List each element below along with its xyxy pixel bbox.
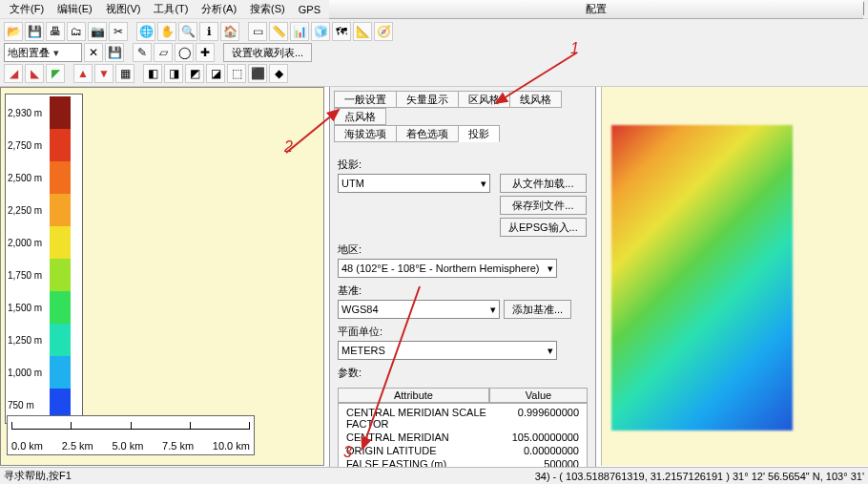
t4-icon[interactable]: ◪ [206,64,225,83]
measure-icon[interactable]: 📏 [269,22,288,41]
chevron-down-icon: ▾ [481,178,486,190]
add-datum-button[interactable]: 添加基准... [504,300,571,319]
legend-label: 2,250 m [8,205,50,216]
legend-label: 1,000 m [8,368,50,378]
zoom-icon[interactable]: 🔍 [178,22,197,41]
legend-label: 1,750 m [8,270,50,281]
legend-swatch [50,194,71,226]
draw3-icon[interactable]: ◯ [175,43,194,62]
layer-combo[interactable]: 地图置叠 ▾ [4,43,82,62]
open-icon[interactable]: 📂 [4,22,23,41]
home-icon[interactable]: 🏠 [220,22,239,41]
legend-swatch [50,226,71,259]
red3-icon[interactable]: ▲ [73,64,93,83]
param-row[interactable]: CENTRAL MERIDIAN105.00000000 [342,431,583,444]
menu-gps[interactable]: GPS [293,3,326,16]
zone-value: 48 (102°E - 108°E - Northern Hemisphere) [341,263,540,274]
zone-select[interactable]: 48 (102°E - 108°E - Northern Hemisphere)… [338,259,557,278]
select-icon[interactable]: ▭ [248,22,267,41]
dialog-tabs-row1: 一般设置 矢量显示 区风格 线风格 点风格 [330,87,595,125]
status-left: 寻求帮助,按F1 [4,469,72,483]
draw1-icon[interactable]: ✎ [133,43,152,62]
misc1-icon[interactable]: 🗺 [332,22,351,41]
param-val: 105.00000000 [512,431,579,443]
param-row[interactable]: ORIGIN LATITUDE0.00000000 [342,444,583,457]
chart-icon[interactable]: 📊 [290,22,309,41]
camera-icon[interactable]: 📷 [88,22,107,41]
t3-icon[interactable]: ◩ [185,64,204,83]
menu-analysis[interactable]: 分析(A) [196,1,242,17]
misc3-icon[interactable]: 🧭 [374,22,393,41]
scale-bar: 0.0 km 2.5 km 5.0 km 7.5 km 10.0 km [7,415,255,455]
3d-icon[interactable]: 🧊 [311,22,330,41]
tab-line-style[interactable]: 线风格 [509,91,562,108]
t1-icon[interactable]: ◧ [143,64,162,83]
map-canvas-left[interactable]: 2,930 m2,750 m2,500 m2,250 m2,000 m1,750… [0,87,324,466]
units-select[interactable]: METERS ▾ [338,341,557,360]
print-icon[interactable]: 🖶 [46,22,65,41]
map-canvas-right[interactable] [601,87,868,466]
menu-search[interactable]: 搜索(S) [244,1,291,17]
red4-icon[interactable]: ▼ [94,64,114,83]
legend-label: 2,930 m [8,108,50,118]
params-head-val: Value [489,388,588,403]
layers-icon[interactable]: 🗂 [67,22,86,41]
red2-icon[interactable]: ◣ [25,64,44,83]
save-icon[interactable]: 💾 [25,22,44,41]
globe-icon[interactable]: 🌐 [136,22,155,41]
menu-tools[interactable]: 工具(T) [148,1,194,17]
tab-vector[interactable]: 矢量显示 [396,91,459,108]
param-row[interactable]: CENTRAL MERIDIAN SCALE FACTOR0.999600000 [342,406,583,431]
from-epsg-button[interactable]: 从EPSG输入... [500,218,587,237]
red1-icon[interactable]: ◢ [4,64,23,83]
t6-icon[interactable]: ⬛ [248,64,267,83]
projection-select[interactable]: UTM ▾ [338,174,490,193]
scale-2: 5.0 km [112,440,143,452]
legend-row: 2,930 m [8,96,80,129]
t7-icon[interactable]: ◆ [269,64,288,83]
hand-icon[interactable]: ✋ [157,22,176,41]
menu-edit[interactable]: 编辑(E) [52,1,98,17]
menu-file[interactable]: 文件(F) [4,1,50,17]
info-icon[interactable]: ℹ [199,22,218,41]
draw2-icon[interactable]: ▱ [154,43,173,62]
projection-value: UTM [341,178,364,189]
tab-elevation[interactable]: 海拔选项 [334,125,397,142]
t5-icon[interactable]: ⬚ [227,64,246,83]
load-from-file-button[interactable]: 从文件加载... [500,174,587,193]
t2-icon[interactable]: ◨ [164,64,183,83]
legend-row: 1,250 m [8,324,80,356]
annotation-1: 1 [570,40,579,57]
chevron-down-icon: ▾ [50,47,63,59]
menu-view[interactable]: 视图(V) [100,1,147,17]
chevron-down-icon: ▾ [490,304,496,316]
tab-color[interactable]: 着色选项 [396,125,459,142]
save-to-file-button[interactable]: 保存到文件... [500,196,587,215]
dialog-tabs-row2: 海拔选项 着色选项 投影 [330,125,595,146]
legend-row: 1,750 m [8,259,80,291]
dialog-title-bar: 配置 [329,0,863,19]
status-right: 34) - ( 103.5188761319, 31.2157126191 ) … [535,471,864,482]
legend-swatch [50,161,71,194]
param-attr: CENTRAL MERIDIAN SCALE FACTOR [346,407,518,430]
tab-point-style[interactable]: 点风格 [334,108,386,125]
combo-btn2[interactable]: 💾 [105,43,124,62]
cut-icon[interactable]: ✂ [109,22,128,41]
tab-general[interactable]: 一般设置 [334,91,397,108]
grn1-icon[interactable]: ◤ [46,64,65,83]
datum-select[interactable]: WGS84 ▾ [338,300,500,319]
legend-row: 2,500 m [8,161,80,194]
favorites-button[interactable]: 设置收藏列表... [223,43,312,62]
params-head-attr: Attribute [338,388,489,403]
combo-btn1[interactable]: ✕ [84,43,103,62]
tab-area-style[interactable]: 区风格 [458,91,510,108]
draw4-icon[interactable]: ✚ [196,43,215,62]
tab-projection[interactable]: 投影 [458,125,500,142]
legend-row: 2,250 m [8,194,80,226]
params-label: 参数: [338,366,588,380]
legend-swatch [50,259,71,291]
legend-label: 2,000 m [8,238,50,248]
misc2-icon[interactable]: 📐 [353,22,372,41]
legend-label: 2,750 m [8,140,50,151]
grid-icon[interactable]: ▦ [115,64,134,83]
